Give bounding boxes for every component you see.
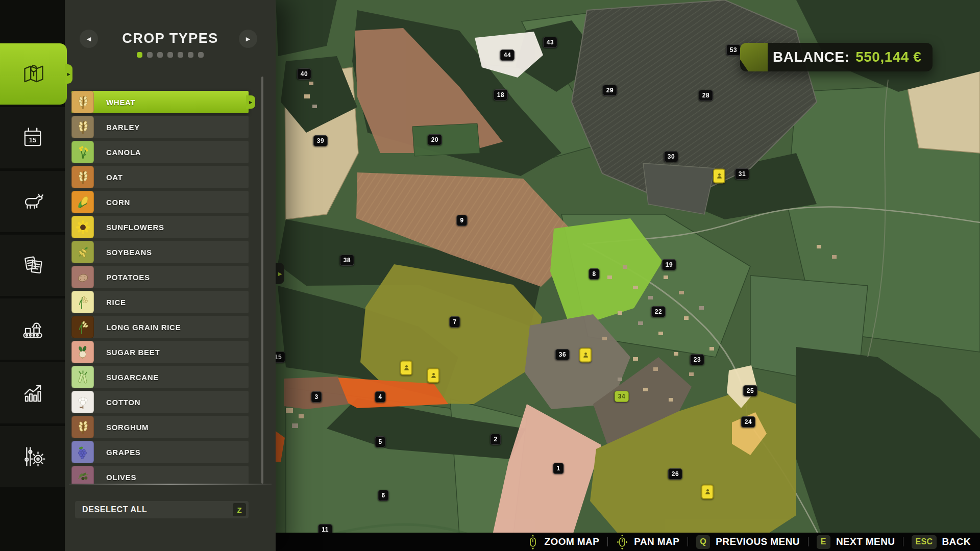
control-label: ZOOM MAP <box>545 536 600 547</box>
field-badge-23[interactable]: 23 <box>690 354 704 365</box>
collectible-marker-icon[interactable] <box>579 348 592 363</box>
main-menu-sidebar <box>0 0 65 551</box>
crop-row-olives[interactable]: OLIVES <box>71 466 249 484</box>
olives-icon <box>71 466 94 484</box>
game-screen: 4044431829285320393031938819227362315342… <box>0 0 980 551</box>
control-label: BACK <box>942 536 971 547</box>
field-badge-6[interactable]: 6 <box>378 490 388 501</box>
control-next-menu[interactable]: ENEXT MENU <box>817 535 895 549</box>
separator <box>903 537 903 546</box>
sidebar-tab-animals[interactable] <box>0 171 65 232</box>
field-badge-25[interactable]: 25 <box>743 385 757 396</box>
field-badge-22[interactable]: 22 <box>651 306 666 317</box>
field-badge-31[interactable]: 31 <box>735 168 749 180</box>
active-tab-arrow-icon[interactable]: ▶ <box>65 64 72 84</box>
field-badge-38[interactable]: 38 <box>340 255 354 266</box>
field-badge-7[interactable]: 7 <box>449 316 460 328</box>
field-badge-34[interactable]: 34 <box>615 391 629 402</box>
collectible-marker-icon[interactable] <box>427 368 439 383</box>
crop-list-scrollbar[interactable] <box>261 77 263 484</box>
field-badge-1[interactable]: 1 <box>553 463 564 474</box>
control-back[interactable]: ESCBACK <box>912 535 971 549</box>
field-badge-53[interactable]: 53 <box>726 44 741 56</box>
pager-dot <box>137 52 142 58</box>
list-divider <box>69 484 272 485</box>
field-badge-9[interactable]: 9 <box>456 215 467 226</box>
calendar-icon <box>18 123 47 152</box>
field-badge-18[interactable]: 18 <box>494 89 508 101</box>
control-label: NEXT MENU <box>836 536 895 547</box>
collectible-marker-icon[interactable] <box>713 169 725 184</box>
crop-row-long-grain-rice[interactable]: LONG GRAIN RICE <box>71 316 249 338</box>
crop-row-soybeans[interactable]: SOYBEANS <box>71 241 249 263</box>
separator <box>607 537 608 546</box>
panel-collapse-arrow-icon[interactable]: ▶ <box>276 263 284 284</box>
crop-label: BARLEY <box>106 123 140 132</box>
crop-row-sugarcane[interactable]: SUGARCANE <box>71 366 249 388</box>
deselect-all-button[interactable]: DESELECT ALL Z <box>75 501 249 518</box>
map-badge-layer: 4044431829285320393031938819227362315342… <box>276 0 980 551</box>
field-badge-24[interactable]: 24 <box>741 416 755 428</box>
field-badge-44[interactable]: 44 <box>500 49 514 61</box>
keycap-esc: ESC <box>912 535 936 549</box>
control-previous-menu[interactable]: QPREVIOUS MENU <box>696 535 800 549</box>
sidebar-tab-calendar[interactable] <box>0 107 65 168</box>
sidebar-tab-contracts[interactable] <box>0 235 65 296</box>
crop-row-barley[interactable]: BARLEY <box>71 116 249 138</box>
field-badge-26[interactable]: 26 <box>668 468 682 480</box>
field-badge-20[interactable]: 20 <box>428 134 442 145</box>
mouse-zoom-icon <box>527 534 539 550</box>
crop-row-wheat[interactable]: WHEAT▶ <box>71 91 249 113</box>
field-badge-19[interactable]: 19 <box>662 259 676 270</box>
crop-row-canola[interactable]: CANOLA <box>71 141 249 163</box>
crop-row-oat[interactable]: OAT <box>71 166 249 188</box>
keycap-e: E <box>817 535 830 549</box>
field-badge-36[interactable]: 36 <box>555 349 570 360</box>
crop-label: OLIVES <box>106 473 136 482</box>
field-badge-40[interactable]: 40 <box>297 68 311 80</box>
field-badge-30[interactable]: 30 <box>664 151 678 162</box>
map-icon <box>19 60 48 88</box>
crop-row-sugar-beet[interactable]: SUGAR BEET <box>71 341 249 363</box>
field-badge-5[interactable]: 5 <box>375 436 385 447</box>
control-zoom-map[interactable]: ZOOM MAP <box>527 534 600 550</box>
collectible-marker-icon[interactable] <box>400 361 412 375</box>
crop-row-potatoes[interactable]: POTATOES <box>71 266 249 288</box>
sunflowers-icon <box>71 216 94 238</box>
crop-row-sorghum[interactable]: SORGHUM <box>71 416 249 438</box>
sidebar-tab-production[interactable] <box>0 298 65 360</box>
crop-row-corn[interactable]: CORN <box>71 191 249 213</box>
cotton-icon <box>71 391 94 413</box>
pager-next-button[interactable]: ▶ <box>239 30 257 48</box>
collectible-marker-icon[interactable] <box>701 485 714 499</box>
field-badge-39[interactable]: 39 <box>313 135 328 146</box>
field-badge-4[interactable]: 4 <box>375 391 385 403</box>
field-badge-29[interactable]: 29 <box>603 85 617 96</box>
crop-row-rice[interactable]: RICE <box>71 291 249 313</box>
crop-label: SORGHUM <box>106 423 149 432</box>
sorghum-icon <box>71 416 94 438</box>
canola-icon <box>71 141 94 163</box>
crop-row-cotton[interactable]: COTTON <box>71 391 249 413</box>
pager-dot <box>147 52 153 58</box>
crop-label: CORN <box>106 198 130 207</box>
crop-row-grapes[interactable]: GRAPES <box>71 441 249 463</box>
selected-crop-arrow-icon: ▶ <box>246 95 255 109</box>
bottom-controls: ZOOM MAPPAN MAPQPREVIOUS MENUENEXT MENUE… <box>527 534 971 550</box>
crop-label: LONG GRAIN RICE <box>106 323 181 332</box>
field-badge-28[interactable]: 28 <box>699 90 713 101</box>
field-badge-8[interactable]: 8 <box>589 268 599 280</box>
field-badge-3[interactable]: 3 <box>311 391 322 403</box>
crop-label: POTATOES <box>106 273 150 282</box>
sidebar-tab-statistics[interactable] <box>0 362 65 423</box>
crop-label: CANOLA <box>106 148 141 157</box>
control-label: PREVIOUS MENU <box>716 536 800 547</box>
field-badge-2[interactable]: 2 <box>490 434 501 445</box>
sidebar-tab-map[interactable] <box>0 43 67 105</box>
field-badge-43[interactable]: 43 <box>543 37 557 48</box>
sidebar-tab-settings[interactable] <box>0 426 65 487</box>
crop-types-panel: ◀ CROP TYPES ▶ WHEAT▶BARLEYCANOLAOATCORN… <box>65 0 276 551</box>
pager-dot <box>178 52 183 58</box>
crop-row-sunflowers[interactable]: SUNFLOWERS <box>71 216 249 238</box>
control-pan-map[interactable]: PAN MAP <box>616 534 679 550</box>
